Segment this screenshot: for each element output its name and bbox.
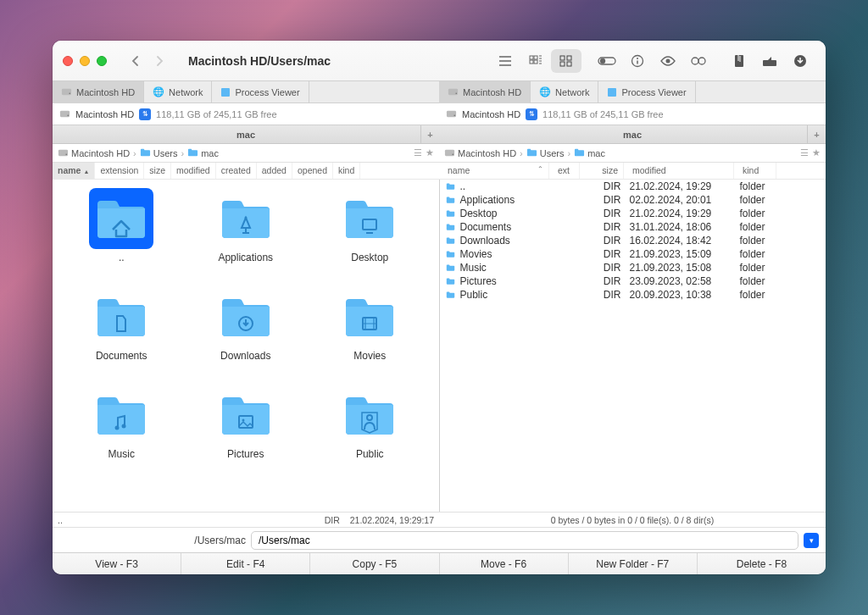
tab-process-viewer[interactable]: Process Viewer — [598, 81, 695, 103]
tab-macintosh-hd[interactable]: Macintosh HD — [439, 81, 531, 103]
list-view[interactable]: ..DIR21.02.2024, 19:29folderApplications… — [440, 180, 826, 512]
list-row[interactable]: DesktopDIR21.02.2024, 19:29folder — [440, 207, 826, 220]
column-header-modified[interactable]: modified — [171, 163, 216, 179]
view-columns-icon[interactable] — [520, 49, 551, 73]
view-icons-icon[interactable] — [551, 49, 581, 73]
list-row[interactable]: DocumentsDIR31.01.2024, 18:06folder — [440, 220, 826, 234]
list-row[interactable]: ..DIR21.02.2024, 19:29folder — [440, 180, 826, 193]
column-header-ext[interactable]: ext — [549, 163, 580, 179]
folder-Downloads[interactable]: Downloads — [186, 286, 307, 381]
upload-icon[interactable] — [754, 49, 785, 73]
svg-point-14 — [666, 58, 670, 63]
column-header-added[interactable]: added — [257, 163, 292, 179]
svg-rect-20 — [221, 88, 230, 97]
folder-Pictures[interactable]: Pictures — [186, 385, 307, 479]
column-header-name[interactable]: name ⌃ — [439, 163, 549, 179]
list-row[interactable]: MusicDIR21.09.2023, 15:08folder — [440, 261, 826, 274]
list-row[interactable]: PicturesDIR23.09.2023, 02:58folder — [440, 274, 826, 288]
menu-icon[interactable]: ☰ — [800, 147, 809, 158]
breadcrumb-item[interactable]: mac — [574, 147, 605, 158]
folder-Music[interactable]: Music — [61, 385, 182, 479]
back-button[interactable] — [124, 51, 147, 71]
zoom-button[interactable] — [97, 56, 107, 66]
close-button[interactable] — [63, 56, 73, 66]
svg-point-13 — [637, 58, 638, 59]
breadcrumb-item[interactable]: mac — [187, 147, 219, 158]
path-input-bar: /Users/mac ▾ — [53, 527, 826, 552]
minimize-button[interactable] — [80, 56, 90, 66]
drive-bar: Macintosh HD ⇅ 118,11 GB of 245,11 GB fr… — [53, 103, 826, 125]
favorite-icon[interactable]: ★ — [426, 147, 434, 158]
list-row[interactable]: MoviesDIR21.09.2023, 15:09folder — [440, 247, 826, 261]
function-key-bar: View - F3Edit - F4Copy - F5Move - F6New … — [53, 552, 826, 574]
new-tab-button[interactable]: + — [420, 125, 439, 144]
svg-rect-7 — [567, 56, 571, 60]
svg-rect-5 — [534, 60, 537, 64]
info-icon[interactable] — [622, 49, 653, 73]
forward-button[interactable] — [147, 51, 171, 71]
view-list-icon[interactable] — [490, 49, 520, 73]
menu-icon[interactable]: ☰ — [414, 147, 422, 158]
folder-Applications[interactable]: Applications — [186, 188, 307, 283]
titlebar: Macintosh HD/Users/mac — [53, 41, 826, 81]
svg-point-11 — [600, 58, 605, 63]
column-header-extension[interactable]: extension — [95, 163, 144, 179]
svg-point-15 — [692, 58, 698, 64]
tab-process-viewer[interactable]: Process Viewer — [212, 81, 309, 103]
fn-delete[interactable]: Delete - F8 — [698, 553, 826, 574]
breadcrumb-item[interactable]: Users — [140, 147, 178, 158]
window-title: Macintosh HD/Users/mac — [188, 54, 483, 68]
drive-picker-icon[interactable]: ⇅ — [139, 108, 151, 120]
archive-icon[interactable] — [724, 49, 754, 73]
icon-view[interactable]: ..ApplicationsDesktopDocumentsDownloadsM… — [53, 180, 439, 512]
toggle-icon[interactable] — [592, 49, 622, 73]
new-tab-button[interactable]: + — [807, 125, 826, 144]
folder-Desktop[interactable]: Desktop — [309, 188, 431, 283]
fn-edit[interactable]: Edit - F4 — [181, 553, 310, 574]
svg-rect-8 — [560, 62, 565, 66]
preview-icon[interactable] — [653, 49, 683, 73]
column-header-kind[interactable]: kind — [333, 163, 360, 179]
folder-Public[interactable]: Public — [309, 385, 431, 479]
download-icon[interactable] — [785, 49, 815, 73]
tab-network[interactable]: 🌐Network — [144, 81, 212, 103]
status-right: 0 bytes / 0 bytes in 0 / 0 file(s). 0 / … — [439, 512, 826, 527]
column-header-opened[interactable]: opened — [292, 163, 333, 179]
drive-picker-icon[interactable]: ⇅ — [526, 108, 537, 120]
path-input[interactable] — [251, 531, 798, 550]
breadcrumb-item[interactable]: Macintosh HD — [444, 147, 516, 158]
column-header-kind[interactable]: kind — [734, 163, 776, 179]
svg-rect-9 — [567, 62, 571, 66]
list-row[interactable]: PublicDIR20.09.2023, 10:38folder — [440, 288, 826, 302]
folder-Documents[interactable]: Documents — [61, 286, 182, 381]
fn-new[interactable]: New Folder - F7 — [569, 553, 698, 574]
folder-parent[interactable]: .. — [61, 188, 182, 283]
drive-info-left: Macintosh HD ⇅ 118,11 GB of 245,11 GB fr… — [53, 103, 439, 125]
svg-rect-3 — [534, 56, 537, 59]
favorite-icon[interactable]: ★ — [812, 147, 821, 158]
column-header-size[interactable]: size — [580, 163, 624, 179]
svg-point-26 — [115, 426, 120, 430]
svg-rect-4 — [530, 60, 533, 64]
svg-point-16 — [698, 58, 705, 64]
history-dropdown-icon[interactable]: ▾ — [804, 533, 819, 548]
list-row[interactable]: ApplicationsDIR02.02.2024, 20:01folder — [440, 193, 826, 207]
fn-view[interactable]: View - F3 — [53, 553, 181, 574]
tab-network[interactable]: 🌐Network — [531, 81, 598, 103]
svg-rect-2 — [530, 56, 533, 59]
fn-move[interactable]: Move - F6 — [440, 553, 569, 574]
tab-macintosh-hd[interactable]: Macintosh HD — [53, 81, 144, 103]
fn-copy[interactable]: Copy - F5 — [310, 553, 439, 574]
breadcrumb-item[interactable]: Users — [526, 147, 565, 158]
column-header-name[interactable]: name — [53, 163, 95, 179]
svg-rect-17 — [735, 55, 743, 67]
folder-Movies[interactable]: Movies — [309, 286, 431, 381]
svg-rect-18 — [763, 60, 776, 66]
column-header-size[interactable]: size — [144, 163, 171, 179]
list-row[interactable]: DownloadsDIR16.02.2024, 18:42folder — [440, 234, 826, 247]
column-header-modified[interactable]: modified — [624, 163, 734, 179]
column-header-created[interactable]: created — [216, 163, 257, 179]
breadcrumb-item[interactable]: Macintosh HD — [58, 147, 130, 158]
svg-rect-6 — [560, 56, 565, 60]
search-icon[interactable] — [683, 49, 714, 73]
